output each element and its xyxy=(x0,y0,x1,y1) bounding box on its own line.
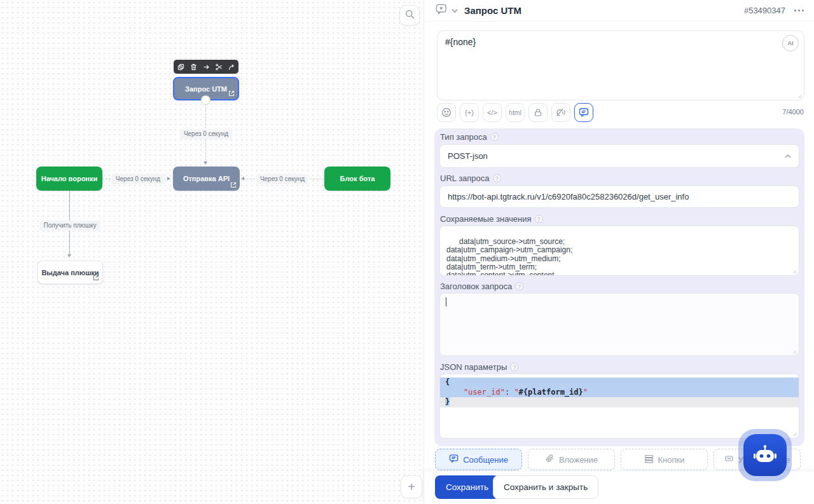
request-headers-label: Заголовок запроса ? xyxy=(440,282,523,291)
variables-icon[interactable]: {+} xyxy=(460,103,479,122)
block-title: Запрос UTM xyxy=(464,5,521,16)
node-label: Начало воронки xyxy=(41,175,98,182)
robot-icon xyxy=(743,434,787,476)
mute-icon[interactable] xyxy=(551,103,570,122)
save-and-close-button[interactable]: Сохранить и закрыть xyxy=(493,475,598,499)
request-headers-textarea[interactable] xyxy=(439,293,799,356)
plus-icon: + xyxy=(408,480,415,494)
block-id: #53490347 xyxy=(744,6,785,15)
edge-label-delay[interactable]: Через 0 секунд xyxy=(112,174,164,184)
help-icon[interactable]: ? xyxy=(535,215,543,223)
edge-label-delay[interactable]: Через 0 секунд xyxy=(180,129,232,139)
node-label: Запрос UTM xyxy=(185,85,227,93)
expand-icon[interactable] xyxy=(93,275,99,281)
json-params-label: JSON параметры ? xyxy=(440,362,518,372)
expand-icon[interactable] xyxy=(228,90,235,97)
help-icon[interactable]: ? xyxy=(510,363,518,371)
resize-handle-icon[interactable] xyxy=(797,93,802,99)
saved-values-textarea[interactable]: data|utm_source->utm_source; data|utm_ca… xyxy=(439,226,799,276)
node-label: Блок бота xyxy=(340,175,375,182)
resize-handle-icon[interactable] xyxy=(792,432,797,437)
card-icon xyxy=(724,454,734,465)
ai-assistant-button[interactable]: AI xyxy=(782,35,799,51)
share-icon[interactable] xyxy=(226,61,237,72)
message-text: #{none} xyxy=(438,31,804,53)
request-url-label: URL запроса ? xyxy=(440,174,501,183)
tab-message[interactable]: Сообщение xyxy=(435,449,522,470)
expand-icon[interactable] xyxy=(230,182,237,188)
stacked-buttons-icon xyxy=(644,454,654,465)
block-type-bubble-icon[interactable] xyxy=(436,3,448,18)
paperclip-icon xyxy=(545,454,555,465)
canvas-add-button[interactable]: + xyxy=(401,475,422,498)
more-menu-icon[interactable] xyxy=(794,7,804,14)
chevron-up-icon xyxy=(785,154,791,158)
copy-icon[interactable] xyxy=(175,61,186,72)
lock-icon[interactable] xyxy=(528,103,548,122)
help-icon[interactable]: ? xyxy=(493,174,501,182)
message-bubble-icon xyxy=(449,454,459,465)
edge-label-condition[interactable]: Получить плюшку xyxy=(40,221,100,231)
save-button[interactable]: Сохранить xyxy=(435,475,499,499)
arrowhead-right-icon xyxy=(167,177,170,180)
saved-values-label: Сохраняемые значения ? xyxy=(440,214,543,224)
tab-attachment[interactable]: Вложение xyxy=(528,449,615,470)
char-counter: 7/4000 xyxy=(782,108,804,116)
text-cursor xyxy=(446,297,446,306)
html-icon[interactable]: html xyxy=(506,103,525,122)
node-start-funnel[interactable]: Начало воронки xyxy=(36,167,102,191)
scissors-icon[interactable] xyxy=(213,61,224,72)
json-params-editor[interactable]: { "user_id": "#{platform_id}" } xyxy=(439,374,799,439)
arrowhead-down-icon xyxy=(204,161,207,165)
arrowhead-down-icon xyxy=(67,254,71,257)
request-settings-card: Тип запроса ? POST-json URL запроса ? ht… xyxy=(434,128,804,446)
node-vydacha[interactable]: Выдача плюшки xyxy=(38,261,103,284)
resize-handle-icon[interactable] xyxy=(792,349,797,354)
request-url-input[interactable]: https://bot-api.tgtrack.ru/v1/c6920fa80c… xyxy=(439,186,799,208)
request-type-select[interactable]: POST-json xyxy=(439,144,799,168)
message-bubble-icon[interactable] xyxy=(574,103,593,122)
arrow-right-icon[interactable] xyxy=(200,61,212,72)
node-send-api[interactable]: Отправка API xyxy=(173,167,240,191)
message-textarea[interactable]: #{none} AI xyxy=(437,31,804,100)
trash-icon[interactable] xyxy=(188,61,199,72)
flow-canvas[interactable]: Через 0 секунд Через 0 секунд Через 0 се… xyxy=(0,0,424,504)
node-connector-handle[interactable] xyxy=(202,96,210,104)
request-type-label: Тип запроса ? xyxy=(440,132,499,142)
emoji-icon[interactable] xyxy=(437,103,456,122)
canvas-search-button[interactable] xyxy=(399,5,420,25)
node-label: Выдача плюшки xyxy=(41,269,99,276)
code-icon[interactable]: </> xyxy=(483,103,502,122)
bot-assistant-fab[interactable] xyxy=(738,429,792,481)
search-icon xyxy=(404,9,415,22)
editor-toolbar: {+} </> html xyxy=(437,103,593,122)
node-bot-block[interactable]: Блок бота xyxy=(324,167,390,191)
arrowhead-left-icon xyxy=(241,177,244,180)
help-icon[interactable]: ? xyxy=(490,133,499,141)
node-action-toolbar xyxy=(174,60,238,74)
resize-handle-icon[interactable] xyxy=(792,269,797,274)
panel-header: Запрос UTM #53490347 xyxy=(424,0,814,22)
help-icon[interactable]: ? xyxy=(515,282,523,290)
tab-buttons[interactable]: Кнопки xyxy=(621,449,708,470)
node-label: Отправка API xyxy=(183,175,230,182)
chevron-down-icon[interactable] xyxy=(452,9,458,13)
edge-label-delay[interactable]: Через 0 секунд xyxy=(256,174,308,184)
